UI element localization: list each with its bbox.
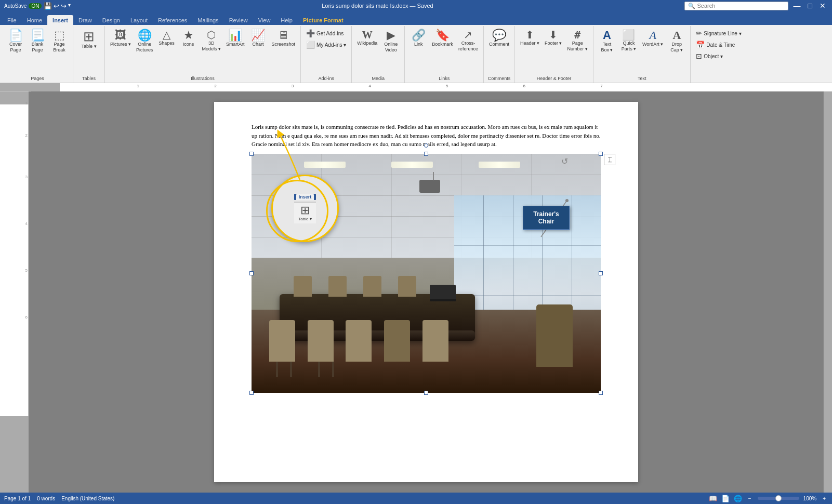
online-pictures-button[interactable]: 🌐 OnlinePictures <box>134 28 155 55</box>
view-print-button[interactable]: 📄 <box>721 495 730 502</box>
link-label: Link <box>414 42 423 47</box>
autosave-area[interactable]: AutoSave ON <box>4 3 42 9</box>
cross-reference-button[interactable]: ↗ Cross-reference <box>456 28 480 54</box>
zoom-out-button[interactable]: − <box>746 496 754 501</box>
handle-ml[interactable] <box>249 271 254 275</box>
tab-mailings[interactable]: Mailings <box>192 15 223 25</box>
tab-view[interactable]: View <box>253 15 276 25</box>
search-bar[interactable]: 🔍 <box>684 2 788 10</box>
wikipedia-button[interactable]: W Wikipedia <box>355 28 379 48</box>
drop-cap-button[interactable]: A DropCap ▾ <box>666 28 687 55</box>
view-web-button[interactable]: 🌐 <box>734 495 742 502</box>
zoom-tab-strip: Insert <box>294 194 316 200</box>
table-button[interactable]: ⊞ Table ▾ <box>76 28 101 51</box>
addins-label: Add-ins <box>304 75 348 83</box>
autosave-toggle[interactable]: ON <box>29 3 42 9</box>
main-area: 1 2 3 4 5 6 Loris sump dolor sits mate i… <box>0 91 832 493</box>
tab-layout[interactable]: Layout <box>125 15 153 25</box>
cross-reference-icon: ↗ <box>464 30 472 40</box>
cover-page-label: CoverPage <box>9 42 22 53</box>
screenshot-button[interactable]: 🖥 Screenshot <box>270 28 298 49</box>
tab-draw[interactable]: Draw <box>73 15 97 25</box>
zoom-level[interactable]: 100% <box>803 496 817 501</box>
close-button[interactable]: ✕ <box>817 2 828 10</box>
online-video-button[interactable]: ▶ OnlineVideo <box>380 28 401 55</box>
chart-button[interactable]: 📈 Chart <box>248 28 269 49</box>
handle-bl[interactable] <box>249 391 254 395</box>
shapes-button[interactable]: △ Shapes <box>156 28 177 48</box>
view-read-button[interactable]: 📖 <box>709 495 717 502</box>
title-bar-right: 🔍 — □ ✕ <box>684 2 828 10</box>
handle-tl[interactable] <box>249 152 254 156</box>
ribbon-group-comments: 💬 Comment Comments <box>484 26 515 83</box>
undo-icon[interactable]: ↩ <box>54 2 59 10</box>
chart-icon: 📈 <box>251 30 265 41</box>
wikipedia-label: Wikipedia <box>357 41 377 46</box>
wordart-button[interactable]: A WordArt ▾ <box>640 28 665 49</box>
page-number-button[interactable]: # PageNumber ▾ <box>565 28 590 54</box>
table-label: Table ▾ <box>81 44 96 49</box>
handle-tc[interactable] <box>424 152 428 156</box>
comment-button[interactable]: 💬 Comment <box>487 28 511 49</box>
image-layout-icon[interactable]: ⌶ <box>604 154 615 165</box>
tab-references[interactable]: References <box>153 15 192 25</box>
smartart-button[interactable]: 📊 SmartArt <box>224 28 247 49</box>
status-right: 📖 📄 🌐 − 100% + <box>709 495 828 502</box>
3d-models-button[interactable]: ⬡ 3DModels ▾ <box>200 28 223 54</box>
handle-br[interactable] <box>599 391 603 395</box>
tab-design[interactable]: Design <box>97 15 125 25</box>
tab-help[interactable]: Help <box>275 15 298 25</box>
page-break-button[interactable]: ⬚ PageBreak <box>49 28 70 55</box>
link-button[interactable]: 🔗 Link <box>408 28 429 49</box>
date-time-button[interactable]: 📅 Date & Time <box>694 39 737 50</box>
minimize-button[interactable]: — <box>791 2 803 10</box>
ribbon-group-tables: ⊞ Table ▾ Tables <box>73 26 105 83</box>
restore-button[interactable]: □ <box>806 2 814 10</box>
comments-label: Comments <box>487 75 511 83</box>
tab-file[interactable]: File <box>2 15 22 25</box>
signature-line-button[interactable]: ✏ Signature Line ▾ <box>694 28 743 38</box>
search-input[interactable] <box>697 3 775 9</box>
symbols-label <box>694 80 743 83</box>
handle-bc[interactable] <box>424 391 428 395</box>
my-addins-button[interactable]: ⬜ My Add-ins ▾ <box>304 39 348 50</box>
handle-mr[interactable] <box>599 271 603 275</box>
wordart-label: WordArt ▾ <box>642 42 663 47</box>
blank-page-button[interactable]: 📃 BlankPage <box>27 28 48 55</box>
header-button[interactable]: ⬆ Header ▾ <box>518 28 542 48</box>
page-number-label: PageNumber ▾ <box>567 41 588 52</box>
zoom-in-button[interactable]: + <box>821 496 828 501</box>
smartart-icon: 📊 <box>228 30 242 41</box>
handle-rotate[interactable] <box>424 143 428 148</box>
save-icon[interactable]: 💾 <box>44 2 52 10</box>
screenshot-label: Screenshot <box>272 42 296 47</box>
zoom-ribbon-content: ⊞ Table ▾ <box>294 202 316 223</box>
text-box-button[interactable]: A TextBox ▾ <box>597 28 617 55</box>
rotate-icon[interactable]: ↺ <box>561 156 568 166</box>
title-bar: AutoSave ON 💾 ↩ ↪ ▾ Loris sump dolor sit… <box>0 0 832 11</box>
get-addins-button[interactable]: ➕ Get Add-ins <box>304 28 346 38</box>
tab-home[interactable]: Home <box>22 15 47 25</box>
comment-icon: 💬 <box>492 30 506 41</box>
quick-parts-button[interactable]: ⬜ QuickParts ▾ <box>618 28 639 54</box>
icons-button[interactable]: ★ Icons <box>178 28 199 49</box>
3d-models-label: 3DModels ▾ <box>202 41 221 52</box>
tab-pictureformat[interactable]: Picture Format <box>298 15 349 25</box>
pictures-button[interactable]: 🖼 Pictures ▾ <box>108 28 133 49</box>
redo-icon[interactable]: ↪ <box>61 2 67 10</box>
icons-icon: ★ <box>183 30 194 41</box>
handle-tr[interactable] <box>599 152 603 156</box>
links-label: Links <box>408 75 480 83</box>
status-bar: Page 1 of 1 0 words English (United Stat… <box>0 493 832 504</box>
ribbon-group-media: W Wikipedia ▶ OnlineVideo Media <box>352 26 405 83</box>
doc-area[interactable]: Loris sump dolor sits mate is, is commun… <box>29 91 824 493</box>
bookmark-button[interactable]: 🔖 Bookmark <box>430 28 455 49</box>
cover-page-button[interactable]: 📄 CoverPage <box>5 28 26 55</box>
tab-insert[interactable]: Insert <box>47 15 73 25</box>
footer-button[interactable]: ⬇ Footer ▾ <box>543 28 564 48</box>
tab-review[interactable]: Review <box>224 15 253 25</box>
object-button[interactable]: ⊡ Object ▾ <box>694 51 725 61</box>
bookmark-label: Bookmark <box>432 42 453 47</box>
zoom-slider[interactable] <box>758 497 799 500</box>
side-ruler: 1 2 3 4 5 6 <box>0 91 29 493</box>
